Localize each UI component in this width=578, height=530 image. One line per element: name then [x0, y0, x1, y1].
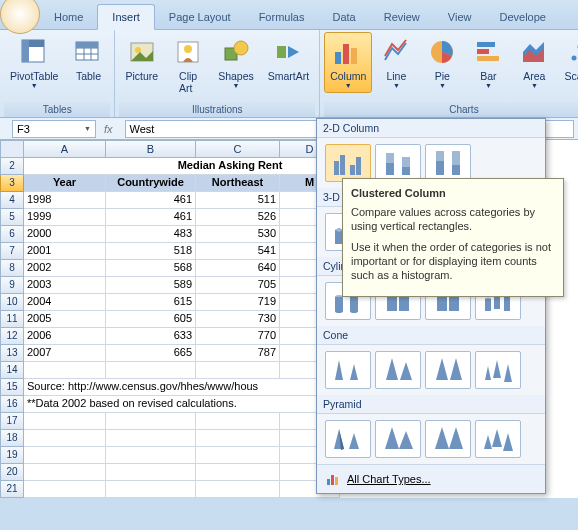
cell[interactable] — [24, 413, 106, 430]
cell[interactable]: Median Asking Rent — [24, 158, 340, 175]
pivottable-button[interactable]: PivotTable▼ — [4, 32, 64, 93]
chart-cone-3[interactable] — [425, 351, 471, 389]
cell[interactable] — [106, 447, 196, 464]
row-header[interactable]: 18 — [0, 430, 24, 447]
tab-develope[interactable]: Develope — [485, 5, 559, 29]
col-header[interactable]: A — [24, 140, 106, 158]
pie-chart-button[interactable]: Pie▼ — [420, 32, 464, 93]
row-header[interactable]: 7 — [0, 243, 24, 260]
cell[interactable]: 787 — [196, 345, 280, 362]
chart-pyr-1[interactable] — [325, 420, 371, 458]
cell[interactable]: 530 — [196, 226, 280, 243]
scatter-chart-button[interactable]: Scatter▼ — [558, 32, 578, 93]
row-header[interactable]: 17 — [0, 413, 24, 430]
chart-pyr-4[interactable] — [475, 420, 521, 458]
cell[interactable]: 461 — [106, 192, 196, 209]
cell[interactable]: 461 — [106, 209, 196, 226]
cell[interactable]: 589 — [106, 277, 196, 294]
row-header[interactable]: 14 — [0, 362, 24, 379]
cell[interactable] — [196, 430, 280, 447]
row-header[interactable]: 15 — [0, 379, 24, 396]
chart-cone-4[interactable] — [475, 351, 521, 389]
chart-100stacked-column[interactable] — [425, 144, 471, 182]
col-header[interactable]: C — [196, 140, 280, 158]
smartart-button[interactable]: SmartArt — [262, 32, 315, 86]
picture-button[interactable]: Picture — [119, 32, 164, 86]
cell[interactable]: 2002 — [24, 260, 106, 277]
row-header[interactable]: 16 — [0, 396, 24, 413]
cell[interactable]: 2005 — [24, 311, 106, 328]
cell[interactable] — [106, 362, 196, 379]
cell[interactable]: Year — [24, 175, 106, 192]
cell[interactable] — [196, 413, 280, 430]
tab-view[interactable]: View — [434, 5, 486, 29]
area-chart-button[interactable]: Area▼ — [512, 32, 556, 93]
row-header[interactable]: 9 — [0, 277, 24, 294]
fx-icon[interactable]: fx — [104, 123, 113, 135]
cell[interactable]: 719 — [196, 294, 280, 311]
cell[interactable] — [196, 464, 280, 481]
tab-formulas[interactable]: Formulas — [245, 5, 319, 29]
cell[interactable]: 1999 — [24, 209, 106, 226]
tab-home[interactable]: Home — [40, 5, 97, 29]
row-header[interactable]: 20 — [0, 464, 24, 481]
cell[interactable]: 2000 — [24, 226, 106, 243]
cell[interactable] — [24, 362, 106, 379]
column-chart-button[interactable]: Column▼ — [324, 32, 372, 93]
cell[interactable]: **Data 2002 based on revised calculation… — [24, 396, 340, 413]
row-header[interactable]: 5 — [0, 209, 24, 226]
cell[interactable]: 541 — [196, 243, 280, 260]
cell[interactable]: 483 — [106, 226, 196, 243]
shapes-button[interactable]: Shapes▼ — [212, 32, 260, 93]
cell[interactable] — [24, 481, 106, 498]
col-header[interactable]: B — [106, 140, 196, 158]
row-header[interactable]: 19 — [0, 447, 24, 464]
cell[interactable]: 568 — [106, 260, 196, 277]
row-header[interactable]: 12 — [0, 328, 24, 345]
cell[interactable]: 526 — [196, 209, 280, 226]
cell[interactable] — [106, 464, 196, 481]
cell[interactable]: 2006 — [24, 328, 106, 345]
chart-clustered-column[interactable] — [325, 144, 371, 182]
cell[interactable]: 2004 — [24, 294, 106, 311]
clipart-button[interactable]: ClipArt — [166, 32, 210, 98]
cell[interactable]: 615 — [106, 294, 196, 311]
cell[interactable]: 770 — [196, 328, 280, 345]
cell[interactable]: 2001 — [24, 243, 106, 260]
cell[interactable]: Source: http://www.census.gov/hhes/www/h… — [24, 379, 340, 396]
all-chart-types[interactable]: All Chart Types... — [317, 464, 545, 493]
cell[interactable] — [24, 447, 106, 464]
cell[interactable]: 2003 — [24, 277, 106, 294]
row-header[interactable]: 2 — [0, 158, 24, 175]
cell[interactable]: Countrywide — [106, 175, 196, 192]
chart-pyr-2[interactable] — [375, 420, 421, 458]
cell[interactable] — [196, 447, 280, 464]
cell[interactable] — [196, 481, 280, 498]
bar-chart-button[interactable]: Bar▼ — [466, 32, 510, 93]
tab-pagelayout[interactable]: Page Layout — [155, 5, 245, 29]
cell[interactable] — [106, 481, 196, 498]
cell[interactable]: 2007 — [24, 345, 106, 362]
line-chart-button[interactable]: Line▼ — [374, 32, 418, 93]
cell[interactable]: 640 — [196, 260, 280, 277]
row-header[interactable]: 13 — [0, 345, 24, 362]
cell[interactable]: 1998 — [24, 192, 106, 209]
tab-insert[interactable]: Insert — [97, 4, 155, 30]
row-header[interactable]: 3 — [0, 175, 24, 192]
row-header[interactable]: 4 — [0, 192, 24, 209]
row-header[interactable]: 10 — [0, 294, 24, 311]
chart-pyr-3[interactable] — [425, 420, 471, 458]
cell[interactable]: 605 — [106, 311, 196, 328]
cell[interactable]: 511 — [196, 192, 280, 209]
row-header[interactable]: 21 — [0, 481, 24, 498]
cell[interactable]: Northeast — [196, 175, 280, 192]
cell[interactable]: 518 — [106, 243, 196, 260]
cell[interactable]: 665 — [106, 345, 196, 362]
cell[interactable]: 633 — [106, 328, 196, 345]
cell[interactable] — [24, 430, 106, 447]
cell[interactable] — [196, 362, 280, 379]
select-all-corner[interactable] — [0, 140, 24, 158]
cell[interactable] — [106, 413, 196, 430]
cell[interactable] — [24, 464, 106, 481]
cell[interactable]: 730 — [196, 311, 280, 328]
